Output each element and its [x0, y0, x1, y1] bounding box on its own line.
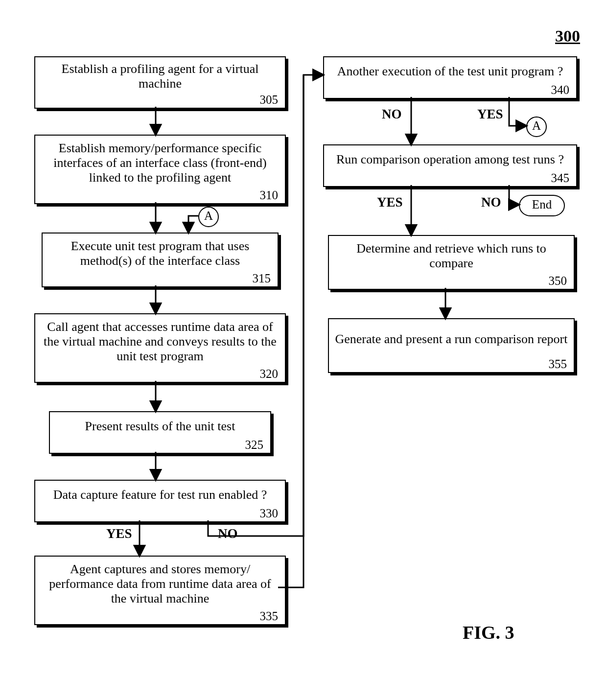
label-330-no: NO: [218, 526, 238, 541]
connector-a-out: A: [526, 117, 547, 137]
step-350-text: Determine and retrieve which runs to com…: [334, 239, 569, 273]
step-310: Establish memory/performance specific in…: [34, 135, 286, 204]
step-325: Present results of the unit test 325: [49, 411, 271, 454]
step-350-number: 350: [334, 274, 569, 288]
step-325-number: 325: [55, 438, 265, 452]
decision-345: Run comparison operation among test runs…: [323, 144, 577, 187]
connector-a-in: A: [198, 207, 219, 227]
figure-caption: FIG. 3: [463, 622, 514, 643]
decision-345-text: Run comparison operation among test runs…: [329, 148, 571, 170]
step-305-number: 305: [40, 93, 280, 107]
step-355: Generate and present a run comparison re…: [328, 318, 575, 373]
end-terminator: End: [519, 195, 565, 216]
step-350: Determine and retrieve which runs to com…: [328, 235, 575, 290]
step-335-number: 335: [40, 609, 280, 623]
step-315-number: 315: [47, 272, 273, 285]
step-315-text: Execute unit test program that uses meth…: [47, 236, 273, 271]
label-340-yes: YES: [477, 107, 503, 122]
decision-340-number: 340: [329, 83, 571, 97]
label-345-yes: YES: [377, 195, 403, 210]
label-330-yes: YES: [106, 526, 132, 541]
step-310-text: Establish memory/performance specific in…: [40, 139, 280, 187]
figure-number: 300: [555, 27, 580, 46]
step-355-number: 355: [334, 357, 569, 371]
step-310-number: 310: [40, 188, 280, 202]
decision-340-text: Another execution of the test unit progr…: [329, 60, 571, 82]
step-320-text: Call agent that accesses runtime data ar…: [40, 317, 280, 366]
decision-340: Another execution of the test unit progr…: [323, 56, 577, 99]
step-335: Agent captures and stores memory/ perfor…: [34, 556, 286, 625]
decision-330-text: Data capture feature for test run enable…: [40, 484, 280, 506]
step-305: Establish a profiling agent for a virtua…: [34, 56, 286, 109]
step-305-text: Establish a profiling agent for a virtua…: [40, 60, 280, 92]
label-345-no: NO: [481, 195, 501, 210]
decision-330: Data capture feature for test run enable…: [34, 480, 286, 522]
decision-345-number: 345: [329, 171, 571, 185]
step-315: Execute unit test program that uses meth…: [42, 233, 279, 287]
step-320: Call agent that accesses runtime data ar…: [34, 313, 286, 383]
step-325-text: Present results of the unit test: [55, 415, 265, 437]
step-355-text: Generate and present a run comparison re…: [334, 322, 569, 356]
step-335-text: Agent captures and stores memory/ perfor…: [40, 560, 280, 608]
step-320-number: 320: [40, 367, 280, 381]
decision-330-number: 330: [40, 507, 280, 520]
label-340-no: NO: [382, 107, 402, 122]
